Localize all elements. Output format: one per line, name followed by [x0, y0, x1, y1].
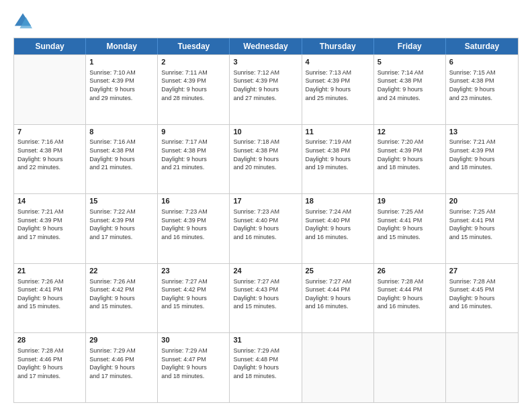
- calendar-cell: 6Sunrise: 7:15 AM Sunset: 4:38 PM Daylig…: [446, 55, 518, 124]
- day-number: 10: [233, 127, 298, 137]
- day-number: 12: [378, 127, 442, 137]
- calendar-cell: 14Sunrise: 7:21 AM Sunset: 4:39 PM Dayli…: [14, 194, 86, 263]
- day-number: 26: [378, 266, 442, 276]
- cell-info: Sunrise: 7:24 AM Sunset: 4:40 PM Dayligh…: [306, 208, 370, 241]
- day-number: 20: [449, 196, 515, 206]
- day-number: 4: [306, 57, 370, 67]
- cell-info: Sunrise: 7:29 AM Sunset: 4:47 PM Dayligh…: [161, 347, 226, 380]
- day-number: 11: [306, 127, 370, 137]
- day-number: 13: [449, 127, 515, 137]
- cell-info: Sunrise: 7:23 AM Sunset: 4:40 PM Dayligh…: [233, 208, 298, 241]
- calendar-cell: 25Sunrise: 7:27 AM Sunset: 4:44 PM Dayli…: [302, 264, 374, 333]
- calendar-cell: 9Sunrise: 7:17 AM Sunset: 4:38 PM Daylig…: [158, 125, 230, 194]
- header: [13, 12, 519, 31]
- cell-info: Sunrise: 7:17 AM Sunset: 4:38 PM Dayligh…: [161, 138, 226, 171]
- weekday-header: Tuesday: [158, 38, 230, 54]
- logo: [13, 12, 35, 31]
- calendar-cell: 4Sunrise: 7:13 AM Sunset: 4:39 PM Daylig…: [302, 55, 374, 124]
- cell-info: Sunrise: 7:27 AM Sunset: 4:42 PM Dayligh…: [161, 277, 226, 311]
- day-number: 1: [89, 57, 154, 67]
- cell-info: Sunrise: 7:28 AM Sunset: 4:44 PM Dayligh…: [378, 277, 442, 311]
- calendar-cell: 17Sunrise: 7:23 AM Sunset: 4:40 PM Dayli…: [230, 194, 302, 263]
- calendar-cell: 12Sunrise: 7:20 AM Sunset: 4:39 PM Dayli…: [374, 125, 446, 194]
- weekday-header: Thursday: [302, 38, 374, 54]
- day-number: 23: [161, 266, 226, 276]
- calendar-row: 1Sunrise: 7:10 AM Sunset: 4:39 PM Daylig…: [14, 54, 518, 124]
- calendar-cell: 30Sunrise: 7:29 AM Sunset: 4:47 PM Dayli…: [158, 333, 230, 402]
- calendar-cell: 22Sunrise: 7:26 AM Sunset: 4:42 PM Dayli…: [86, 264, 158, 333]
- day-number: 2: [161, 57, 226, 67]
- weekday-header: Monday: [86, 38, 158, 54]
- day-number: 7: [17, 127, 82, 137]
- calendar-cell: 23Sunrise: 7:27 AM Sunset: 4:42 PM Dayli…: [158, 264, 230, 333]
- calendar-cell: 26Sunrise: 7:28 AM Sunset: 4:44 PM Dayli…: [374, 264, 446, 333]
- cell-info: Sunrise: 7:10 AM Sunset: 4:39 PM Dayligh…: [89, 68, 154, 102]
- calendar-cell: 16Sunrise: 7:23 AM Sunset: 4:39 PM Dayli…: [158, 194, 230, 263]
- calendar-cell: 15Sunrise: 7:22 AM Sunset: 4:39 PM Dayli…: [86, 194, 158, 263]
- day-number: 25: [306, 266, 370, 276]
- calendar-header: SundayMondayTuesdayWednesdayThursdayFrid…: [14, 38, 518, 54]
- day-number: 8: [89, 127, 154, 137]
- calendar-cell: [374, 333, 446, 402]
- calendar-row: 21Sunrise: 7:26 AM Sunset: 4:41 PM Dayli…: [14, 263, 518, 333]
- calendar-cell: 10Sunrise: 7:18 AM Sunset: 4:38 PM Dayli…: [230, 125, 302, 194]
- calendar-cell: 29Sunrise: 7:29 AM Sunset: 4:46 PM Dayli…: [86, 333, 158, 402]
- day-number: 15: [89, 196, 154, 206]
- cell-info: Sunrise: 7:13 AM Sunset: 4:39 PM Dayligh…: [306, 68, 370, 102]
- cell-info: Sunrise: 7:25 AM Sunset: 4:41 PM Dayligh…: [449, 208, 515, 241]
- day-number: 6: [449, 57, 515, 67]
- cell-info: Sunrise: 7:16 AM Sunset: 4:38 PM Dayligh…: [89, 138, 154, 171]
- calendar: SundayMondayTuesdayWednesdayThursdayFrid…: [13, 38, 519, 403]
- day-number: 3: [233, 57, 298, 67]
- cell-info: Sunrise: 7:28 AM Sunset: 4:45 PM Dayligh…: [449, 277, 515, 311]
- calendar-cell: 24Sunrise: 7:27 AM Sunset: 4:43 PM Dayli…: [230, 264, 302, 333]
- page: SundayMondayTuesdayWednesdayThursdayFrid…: [0, 0, 532, 411]
- calendar-cell: 3Sunrise: 7:12 AM Sunset: 4:39 PM Daylig…: [230, 55, 302, 124]
- cell-info: Sunrise: 7:27 AM Sunset: 4:44 PM Dayligh…: [306, 277, 370, 311]
- calendar-cell: 28Sunrise: 7:28 AM Sunset: 4:46 PM Dayli…: [14, 333, 86, 402]
- cell-info: Sunrise: 7:26 AM Sunset: 4:41 PM Dayligh…: [17, 277, 82, 311]
- calendar-cell: 18Sunrise: 7:24 AM Sunset: 4:40 PM Dayli…: [302, 194, 374, 263]
- cell-info: Sunrise: 7:19 AM Sunset: 4:38 PM Dayligh…: [306, 138, 370, 171]
- calendar-cell: 20Sunrise: 7:25 AM Sunset: 4:41 PM Dayli…: [446, 194, 518, 263]
- cell-info: Sunrise: 7:29 AM Sunset: 4:46 PM Dayligh…: [89, 347, 154, 380]
- day-number: 14: [17, 196, 82, 206]
- cell-info: Sunrise: 7:15 AM Sunset: 4:38 PM Dayligh…: [449, 68, 515, 102]
- day-number: 31: [233, 335, 298, 345]
- calendar-cell: 1Sunrise: 7:10 AM Sunset: 4:39 PM Daylig…: [86, 55, 158, 124]
- calendar-cell: 5Sunrise: 7:14 AM Sunset: 4:38 PM Daylig…: [374, 55, 446, 124]
- day-number: 18: [306, 196, 370, 206]
- day-number: 30: [161, 335, 226, 345]
- calendar-body: 1Sunrise: 7:10 AM Sunset: 4:39 PM Daylig…: [14, 54, 518, 402]
- calendar-row: 7Sunrise: 7:16 AM Sunset: 4:38 PM Daylig…: [14, 124, 518, 194]
- calendar-row: 14Sunrise: 7:21 AM Sunset: 4:39 PM Dayli…: [14, 193, 518, 263]
- day-number: 24: [233, 266, 298, 276]
- cell-info: Sunrise: 7:14 AM Sunset: 4:38 PM Dayligh…: [378, 68, 442, 102]
- day-number: 21: [17, 266, 82, 276]
- weekday-header: Saturday: [446, 38, 518, 54]
- cell-info: Sunrise: 7:23 AM Sunset: 4:39 PM Dayligh…: [161, 208, 226, 241]
- cell-info: Sunrise: 7:25 AM Sunset: 4:41 PM Dayligh…: [378, 208, 442, 241]
- day-number: 17: [233, 196, 298, 206]
- day-number: 29: [89, 335, 154, 345]
- calendar-cell: 27Sunrise: 7:28 AM Sunset: 4:45 PM Dayli…: [446, 264, 518, 333]
- day-number: 22: [89, 266, 154, 276]
- cell-info: Sunrise: 7:11 AM Sunset: 4:39 PM Dayligh…: [161, 68, 226, 102]
- calendar-cell: [446, 333, 518, 402]
- cell-info: Sunrise: 7:26 AM Sunset: 4:42 PM Dayligh…: [89, 277, 154, 311]
- cell-info: Sunrise: 7:20 AM Sunset: 4:39 PM Dayligh…: [378, 138, 442, 171]
- calendar-cell: 19Sunrise: 7:25 AM Sunset: 4:41 PM Dayli…: [374, 194, 446, 263]
- weekday-header: Friday: [374, 38, 446, 54]
- cell-info: Sunrise: 7:27 AM Sunset: 4:43 PM Dayligh…: [233, 277, 298, 311]
- day-number: 9: [161, 127, 226, 137]
- weekday-header: Wednesday: [230, 38, 302, 54]
- calendar-cell: 7Sunrise: 7:16 AM Sunset: 4:38 PM Daylig…: [14, 125, 86, 194]
- cell-info: Sunrise: 7:21 AM Sunset: 4:39 PM Dayligh…: [449, 138, 515, 171]
- day-number: 19: [378, 196, 442, 206]
- cell-info: Sunrise: 7:21 AM Sunset: 4:39 PM Dayligh…: [17, 208, 82, 241]
- day-number: 28: [17, 335, 82, 345]
- calendar-cell: 13Sunrise: 7:21 AM Sunset: 4:39 PM Dayli…: [446, 125, 518, 194]
- calendar-row: 28Sunrise: 7:28 AM Sunset: 4:46 PM Dayli…: [14, 332, 518, 402]
- calendar-cell: 2Sunrise: 7:11 AM Sunset: 4:39 PM Daylig…: [158, 55, 230, 124]
- calendar-cell: 8Sunrise: 7:16 AM Sunset: 4:38 PM Daylig…: [86, 125, 158, 194]
